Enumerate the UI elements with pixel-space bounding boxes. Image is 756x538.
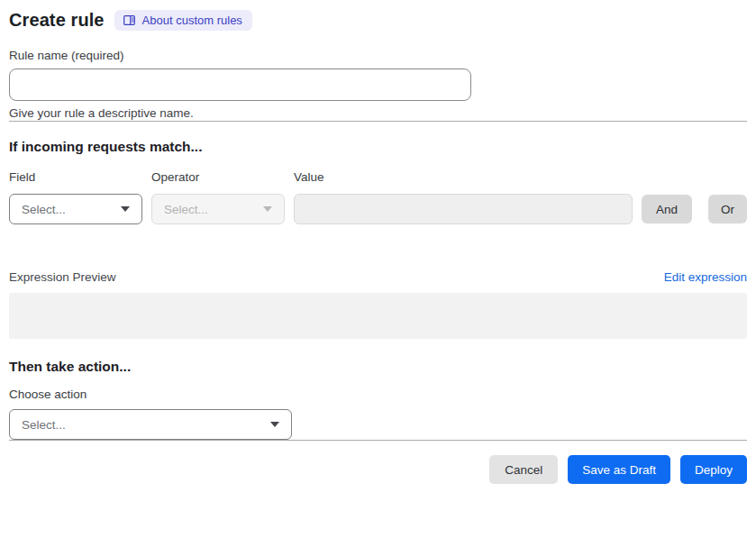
match-section-heading: If incoming requests match... (9, 138, 747, 155)
cancel-button[interactable]: Cancel (489, 455, 558, 484)
rule-name-input[interactable] (9, 68, 471, 101)
save-as-draft-button[interactable]: Save as Draft (568, 455, 670, 484)
about-custom-rules-link[interactable]: About custom rules (114, 10, 252, 31)
book-docs-icon (123, 14, 136, 27)
value-label: Value (294, 170, 633, 185)
footer-actions: Cancel Save as Draft Deploy (9, 455, 747, 484)
and-button[interactable]: And (642, 195, 692, 223)
about-custom-rules-label: About custom rules (142, 14, 242, 27)
field-label: Field (9, 170, 142, 185)
chevron-down-icon (121, 206, 130, 212)
choose-action-select[interactable]: Select... (9, 409, 292, 440)
page-title: Create rule (9, 8, 105, 32)
expression-preview-box (9, 293, 747, 339)
create-rule-page: Create rule About custom rules Rule name… (0, 0, 756, 538)
choose-action-label: Choose action (9, 388, 747, 402)
operator-select: Select... (151, 194, 285, 224)
or-button[interactable]: Or (708, 195, 747, 223)
expression-preview-label: Expression Preview (9, 269, 116, 285)
field-select-value: Select... (22, 203, 66, 216)
choose-action-value: Select... (22, 418, 66, 432)
rule-name-help-text: Give your rule a descriptive name. (9, 106, 747, 121)
match-criteria-row: Field Select... Operator Select... Value… (9, 170, 747, 224)
value-column: Value (294, 170, 633, 224)
operator-column: Operator Select... (151, 170, 285, 224)
page-header: Create rule About custom rules (9, 8, 747, 32)
action-section-heading: Then take action... (9, 358, 747, 375)
deploy-button[interactable]: Deploy (680, 455, 747, 484)
rule-name-label: Rule name (required) (9, 49, 747, 63)
operator-label: Operator (151, 170, 285, 185)
section-divider (9, 121, 747, 122)
operator-select-value: Select... (164, 203, 208, 216)
field-select[interactable]: Select... (9, 194, 142, 224)
chevron-down-icon (263, 206, 272, 212)
chevron-down-icon (270, 422, 279, 427)
value-input (294, 194, 633, 224)
expression-preview-header: Expression Preview Edit expression (9, 269, 747, 285)
edit-expression-link[interactable]: Edit expression (664, 270, 747, 284)
footer-divider (9, 440, 747, 441)
field-column: Field Select... (9, 170, 142, 224)
